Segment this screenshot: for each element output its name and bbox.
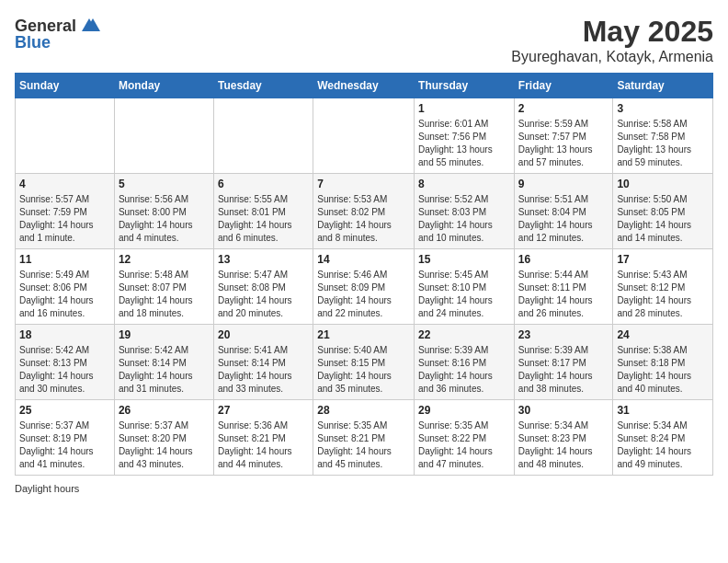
calendar-cell: 29Sunrise: 5:35 AM Sunset: 8:22 PM Dayli… bbox=[415, 400, 515, 476]
calendar-cell: 26Sunrise: 5:37 AM Sunset: 8:20 PM Dayli… bbox=[114, 400, 213, 476]
day-number: 6 bbox=[218, 178, 309, 190]
calendar-cell: 16Sunrise: 5:44 AM Sunset: 8:11 PM Dayli… bbox=[514, 249, 613, 325]
day-number: 2 bbox=[518, 102, 609, 115]
day-info: Sunrise: 5:53 AM Sunset: 8:02 PM Dayligh… bbox=[317, 193, 410, 245]
day-number: 22 bbox=[418, 328, 510, 341]
calendar-cell: 20Sunrise: 5:41 AM Sunset: 8:14 PM Dayli… bbox=[213, 325, 313, 400]
day-info: Sunrise: 5:38 AM Sunset: 8:18 PM Dayligh… bbox=[617, 344, 709, 396]
day-info: Sunrise: 5:42 AM Sunset: 8:13 PM Dayligh… bbox=[19, 344, 110, 396]
day-info: Sunrise: 5:40 AM Sunset: 8:15 PM Dayligh… bbox=[317, 344, 410, 396]
header-row: Sunday Monday Tuesday Wednesday Thursday… bbox=[16, 74, 713, 98]
calendar-cell: 1Sunrise: 6:01 AM Sunset: 7:56 PM Daylig… bbox=[415, 98, 515, 174]
day-info: Sunrise: 5:57 AM Sunset: 7:59 PM Dayligh… bbox=[19, 193, 110, 245]
logo-blue-text: Blue bbox=[15, 33, 51, 52]
calendar-cell: 7Sunrise: 5:53 AM Sunset: 8:02 PM Daylig… bbox=[313, 174, 415, 249]
day-number: 15 bbox=[418, 253, 510, 266]
calendar-cell: 24Sunrise: 5:38 AM Sunset: 8:18 PM Dayli… bbox=[613, 325, 713, 400]
day-info: Sunrise: 5:46 AM Sunset: 8:09 PM Dayligh… bbox=[317, 269, 410, 320]
day-info: Sunrise: 5:58 AM Sunset: 7:58 PM Dayligh… bbox=[617, 118, 709, 169]
month-title: May 2025 bbox=[511, 15, 713, 49]
day-info: Sunrise: 5:47 AM Sunset: 8:08 PM Dayligh… bbox=[218, 269, 309, 320]
calendar-cell: 3Sunrise: 5:58 AM Sunset: 7:58 PM Daylig… bbox=[613, 98, 713, 174]
week-row-5: 25Sunrise: 5:37 AM Sunset: 8:19 PM Dayli… bbox=[16, 400, 713, 476]
calendar-cell: 18Sunrise: 5:42 AM Sunset: 8:13 PM Dayli… bbox=[16, 325, 115, 400]
calendar-cell: 31Sunrise: 5:34 AM Sunset: 8:24 PM Dayli… bbox=[613, 400, 713, 476]
week-row-2: 4Sunrise: 5:57 AM Sunset: 7:59 PM Daylig… bbox=[16, 174, 713, 249]
calendar-cell bbox=[213, 98, 313, 174]
day-info: Sunrise: 5:55 AM Sunset: 8:01 PM Dayligh… bbox=[218, 193, 309, 245]
day-info: Sunrise: 5:42 AM Sunset: 8:14 PM Dayligh… bbox=[119, 344, 210, 396]
day-number: 31 bbox=[617, 404, 709, 417]
day-number: 23 bbox=[518, 328, 609, 341]
day-info: Sunrise: 5:44 AM Sunset: 8:11 PM Dayligh… bbox=[518, 269, 609, 320]
week-row-4: 18Sunrise: 5:42 AM Sunset: 8:13 PM Dayli… bbox=[16, 325, 713, 400]
day-info: Sunrise: 5:59 AM Sunset: 7:57 PM Dayligh… bbox=[518, 118, 609, 169]
day-number: 21 bbox=[317, 328, 410, 341]
day-info: Sunrise: 5:35 AM Sunset: 8:21 PM Dayligh… bbox=[317, 419, 410, 471]
day-info: Sunrise: 5:34 AM Sunset: 8:24 PM Dayligh… bbox=[617, 419, 709, 471]
day-number: 4 bbox=[19, 178, 110, 190]
day-number: 30 bbox=[518, 404, 609, 417]
day-info: Sunrise: 5:39 AM Sunset: 8:17 PM Dayligh… bbox=[518, 344, 609, 396]
calendar-cell bbox=[16, 98, 115, 174]
day-number: 27 bbox=[218, 404, 309, 417]
day-number: 8 bbox=[418, 178, 510, 190]
footer-text: Daylight hours bbox=[15, 483, 79, 494]
calendar-cell: 28Sunrise: 5:35 AM Sunset: 8:21 PM Dayli… bbox=[313, 400, 415, 476]
day-number: 18 bbox=[19, 328, 110, 341]
day-number: 14 bbox=[317, 253, 410, 266]
day-number: 26 bbox=[119, 404, 210, 417]
day-info: Sunrise: 5:45 AM Sunset: 8:10 PM Dayligh… bbox=[418, 269, 510, 320]
calendar-cell: 27Sunrise: 5:36 AM Sunset: 8:21 PM Dayli… bbox=[213, 400, 313, 476]
page-header: General Blue May 2025 Byureghavan, Kotay… bbox=[15, 15, 713, 65]
day-info: Sunrise: 5:48 AM Sunset: 8:07 PM Dayligh… bbox=[119, 269, 210, 320]
day-info: Sunrise: 5:34 AM Sunset: 8:23 PM Dayligh… bbox=[518, 419, 609, 471]
logo: General Blue bbox=[15, 15, 100, 52]
day-number: 7 bbox=[317, 178, 410, 190]
day-number: 12 bbox=[119, 253, 210, 266]
day-number: 9 bbox=[518, 178, 609, 190]
day-number: 29 bbox=[418, 404, 510, 417]
calendar-cell: 17Sunrise: 5:43 AM Sunset: 8:12 PM Dayli… bbox=[613, 249, 713, 325]
day-info: Sunrise: 6:01 AM Sunset: 7:56 PM Dayligh… bbox=[418, 118, 510, 169]
day-number: 11 bbox=[19, 253, 110, 266]
day-info: Sunrise: 5:49 AM Sunset: 8:06 PM Dayligh… bbox=[19, 269, 110, 320]
day-number: 19 bbox=[119, 328, 210, 341]
day-number: 17 bbox=[617, 253, 709, 266]
day-number: 1 bbox=[418, 102, 510, 115]
calendar-cell: 25Sunrise: 5:37 AM Sunset: 8:19 PM Dayli… bbox=[16, 400, 115, 476]
day-number: 5 bbox=[119, 178, 210, 190]
calendar-cell: 6Sunrise: 5:55 AM Sunset: 8:01 PM Daylig… bbox=[213, 174, 313, 249]
day-number: 16 bbox=[518, 253, 609, 266]
calendar-cell: 12Sunrise: 5:48 AM Sunset: 8:07 PM Dayli… bbox=[114, 249, 213, 325]
day-info: Sunrise: 5:39 AM Sunset: 8:16 PM Dayligh… bbox=[418, 344, 510, 396]
day-info: Sunrise: 5:35 AM Sunset: 8:22 PM Dayligh… bbox=[418, 419, 510, 471]
calendar-cell: 19Sunrise: 5:42 AM Sunset: 8:14 PM Dayli… bbox=[114, 325, 213, 400]
calendar-cell: 5Sunrise: 5:56 AM Sunset: 8:00 PM Daylig… bbox=[114, 174, 213, 249]
calendar-cell: 30Sunrise: 5:34 AM Sunset: 8:23 PM Dayli… bbox=[514, 400, 613, 476]
day-info: Sunrise: 5:56 AM Sunset: 8:00 PM Dayligh… bbox=[119, 193, 210, 245]
header-wednesday: Wednesday bbox=[313, 74, 415, 98]
calendar-cell: 21Sunrise: 5:40 AM Sunset: 8:15 PM Dayli… bbox=[313, 325, 415, 400]
calendar-cell: 8Sunrise: 5:52 AM Sunset: 8:03 PM Daylig… bbox=[415, 174, 515, 249]
footer: Daylight hours bbox=[15, 483, 713, 494]
calendar-cell: 22Sunrise: 5:39 AM Sunset: 8:16 PM Dayli… bbox=[415, 325, 515, 400]
day-info: Sunrise: 5:37 AM Sunset: 8:19 PM Dayligh… bbox=[19, 419, 110, 471]
day-info: Sunrise: 5:41 AM Sunset: 8:14 PM Dayligh… bbox=[218, 344, 309, 396]
day-info: Sunrise: 5:51 AM Sunset: 8:04 PM Dayligh… bbox=[518, 193, 609, 245]
calendar-cell: 14Sunrise: 5:46 AM Sunset: 8:09 PM Dayli… bbox=[313, 249, 415, 325]
calendar-cell: 2Sunrise: 5:59 AM Sunset: 7:57 PM Daylig… bbox=[514, 98, 613, 174]
day-info: Sunrise: 5:50 AM Sunset: 8:05 PM Dayligh… bbox=[617, 193, 709, 245]
header-tuesday: Tuesday bbox=[213, 74, 313, 98]
day-number: 13 bbox=[218, 253, 309, 266]
calendar-table: Sunday Monday Tuesday Wednesday Thursday… bbox=[15, 73, 713, 476]
day-number: 10 bbox=[617, 178, 709, 190]
day-number: 24 bbox=[617, 328, 709, 341]
day-number: 3 bbox=[617, 102, 709, 115]
header-monday: Monday bbox=[114, 74, 213, 98]
calendar-cell bbox=[114, 98, 213, 174]
calendar-cell: 10Sunrise: 5:50 AM Sunset: 8:05 PM Dayli… bbox=[613, 174, 713, 249]
week-row-3: 11Sunrise: 5:49 AM Sunset: 8:06 PM Dayli… bbox=[16, 249, 713, 325]
title-section: May 2025 Byureghavan, Kotayk, Armenia bbox=[511, 15, 713, 65]
calendar-cell: 13Sunrise: 5:47 AM Sunset: 8:08 PM Dayli… bbox=[213, 249, 313, 325]
